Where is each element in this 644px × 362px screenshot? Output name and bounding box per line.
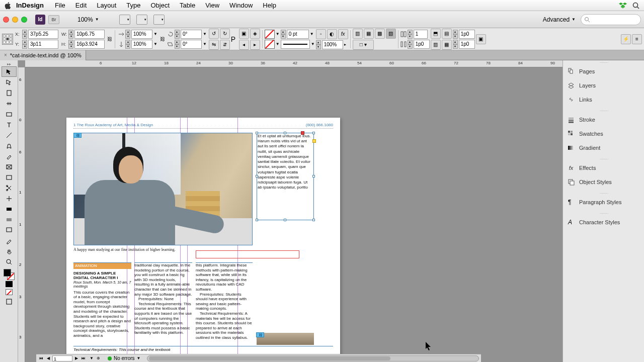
- x-spinner[interactable]: ▴▾: [22, 30, 27, 39]
- panel-pages[interactable]: Pages: [563, 64, 644, 78]
- panel-paragraph-styles[interactable]: ¶Paragraph Styles: [563, 195, 644, 209]
- reference-point[interactable]: [2, 34, 13, 45]
- y-spinner[interactable]: ▴▾: [22, 40, 27, 49]
- sy-spinner[interactable]: ▴▾: [125, 40, 130, 49]
- window-maximize-button[interactable]: [21, 17, 27, 23]
- page-spread[interactable]: 1 The Roux Academy of Art, Media & Desig…: [66, 118, 340, 359]
- scissors-tool[interactable]: [2, 183, 17, 193]
- menu-file[interactable]: File: [50, 2, 70, 9]
- panel-gradient[interactable]: Gradient: [563, 141, 644, 155]
- live-corner-icon[interactable]: [312, 139, 316, 143]
- columns-input[interactable]: 1: [414, 30, 428, 39]
- thread-indicator[interactable]: [301, 131, 304, 135]
- stroke-style-input[interactable]: [281, 40, 310, 49]
- gradient-swatch-tool[interactable]: [2, 204, 17, 214]
- menu-window[interactable]: Window: [224, 2, 258, 9]
- line-tool[interactable]: [2, 130, 17, 140]
- rotate-cw-button[interactable]: ↻: [220, 29, 230, 39]
- selected-text-frame[interactable]: Et et optat ati untiumque ibus. Harum no…: [257, 133, 314, 220]
- in-port[interactable]: [256, 175, 258, 177]
- workspace-switcher[interactable]: Advanced▼: [541, 16, 578, 23]
- hand-tool[interactable]: [2, 246, 17, 256]
- wrap-jump-button[interactable]: ▧: [386, 29, 396, 39]
- page-number-input[interactable]: 1: [52, 355, 72, 361]
- opacity-input[interactable]: 100%: [322, 40, 343, 49]
- rotate-ccw-button[interactable]: ↺: [209, 29, 219, 39]
- arrange-docs-dropdown[interactable]: ▼: [153, 15, 165, 25]
- text-options-button[interactable]: ▥: [431, 40, 441, 50]
- gradient-feather-tool[interactable]: [2, 214, 17, 225]
- frame-fitting[interactable]: ▣: [476, 34, 486, 44]
- corner-options-button[interactable]: □ ▾: [353, 40, 374, 50]
- stroke-weight-input[interactable]: 0 pt: [287, 30, 309, 39]
- y-input[interactable]: 3p11: [28, 40, 58, 49]
- zoom-level[interactable]: 100%▼: [75, 16, 101, 23]
- panel-stroke[interactable]: Stroke: [563, 113, 644, 127]
- quick-apply-button[interactable]: ⚡: [621, 34, 631, 44]
- menu-view[interactable]: View: [200, 2, 224, 9]
- w-input[interactable]: 10p6.75: [74, 30, 105, 39]
- rot-spinner[interactable]: ▴▾: [175, 30, 180, 39]
- menu-help[interactable]: Help: [258, 2, 281, 9]
- panel-object-styles[interactable]: Object Styles: [563, 175, 644, 189]
- apply-none-button[interactable]: [2, 288, 17, 296]
- last-page-button[interactable]: ⏭: [80, 355, 87, 361]
- apple-logo-icon[interactable]: [4, 2, 12, 10]
- select-next-button[interactable]: ▸: [250, 40, 260, 50]
- eyedropper-tool[interactable]: [2, 235, 17, 246]
- type-tool[interactable]: T: [2, 119, 17, 130]
- image-frame-bottom[interactable]: ⛓: [257, 333, 314, 345]
- resize-handle[interactable]: [284, 132, 286, 134]
- spotlight-icon[interactable]: [632, 2, 640, 10]
- panel-menu-button[interactable]: ≡: [632, 34, 642, 44]
- fill-swatch[interactable]: [265, 30, 275, 39]
- preflight-status[interactable]: No errors ▼: [108, 355, 141, 361]
- wrap-shape-button[interactable]: ▩: [375, 29, 385, 39]
- fx-button[interactable]: ▫: [316, 29, 326, 39]
- pencil-tool[interactable]: [2, 151, 17, 161]
- x-input[interactable]: 37p5.25: [28, 30, 58, 39]
- inset-spinner[interactable]: ▴▾: [453, 30, 458, 39]
- wrap-bb-button[interactable]: ▦: [364, 29, 374, 39]
- resize-handle[interactable]: [256, 219, 258, 221]
- stroke-swatch[interactable]: [265, 40, 275, 49]
- gutter-spinner[interactable]: ▴▾: [408, 40, 413, 49]
- h-input[interactable]: 16p3.924: [74, 40, 105, 49]
- shear-input[interactable]: 0°: [181, 40, 202, 49]
- horizontal-ruler[interactable]: 6 12 18 24 30 36 42 48 54 60 66 72 78 84…: [25, 60, 562, 67]
- wrap-none-button[interactable]: ▥: [353, 29, 363, 39]
- content-collector-tool[interactable]: [2, 109, 17, 119]
- panel-effects[interactable]: fxEffects: [563, 161, 644, 175]
- pen-tool[interactable]: [2, 140, 17, 151]
- empty-caption-frame[interactable]: [196, 250, 299, 258]
- page-menu[interactable]: ▼: [90, 356, 94, 360]
- close-tab-icon[interactable]: ×: [4, 52, 7, 58]
- dropbox-icon[interactable]: [619, 2, 627, 10]
- screen-mode-dropdown[interactable]: ▼: [136, 15, 147, 25]
- panel-character-styles[interactable]: ACharacter Styles: [563, 215, 644, 229]
- note-tool[interactable]: [2, 225, 17, 235]
- first-page-button[interactable]: ⏮: [38, 355, 44, 361]
- window-minimize-button[interactable]: [12, 17, 18, 23]
- apply-color-button[interactable]: [2, 280, 17, 288]
- zoom-tool[interactable]: [2, 256, 17, 267]
- panel-swatches[interactable]: Swatches: [563, 127, 644, 141]
- open-button[interactable]: ⊕: [96, 355, 102, 361]
- bridge-button[interactable]: Br: [48, 15, 59, 24]
- panel-layers[interactable]: Layers: [563, 78, 644, 93]
- image-frame[interactable]: ⛓: [73, 133, 253, 245]
- menu-object[interactable]: Object: [146, 2, 175, 9]
- align-top-button[interactable]: ⬒: [431, 29, 441, 39]
- selection-tool[interactable]: [2, 66, 17, 77]
- gap-tool[interactable]: [2, 98, 17, 109]
- next-page-button[interactable]: ▶: [73, 355, 79, 361]
- more-options-button[interactable]: ▦: [442, 40, 452, 50]
- inset2-input[interactable]: 1p0: [459, 40, 475, 49]
- resize-handle[interactable]: [312, 175, 315, 177]
- panel-links[interactable]: Links: [563, 93, 644, 107]
- page-tool[interactable]: [2, 87, 17, 98]
- collapse-icon[interactable]: ▸▸: [2, 61, 17, 66]
- sx-spinner[interactable]: ▴▾: [125, 30, 130, 39]
- text-column-1[interactable]: ANIMATION DESIGNING A SIMPLE DIGITAL CHA…: [73, 262, 131, 338]
- fx-icon[interactable]: fx: [338, 29, 348, 39]
